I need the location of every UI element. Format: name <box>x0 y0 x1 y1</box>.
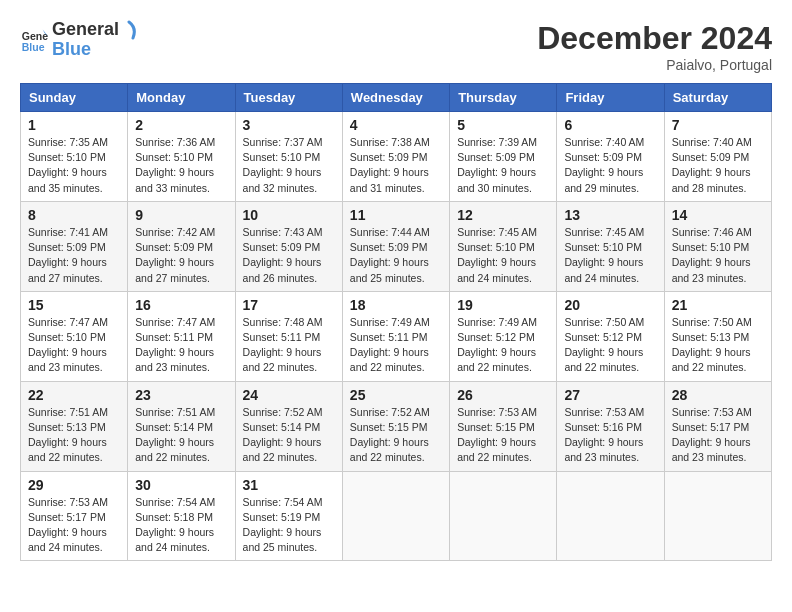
day-detail-2: Sunrise: 7:36 AMSunset: 5:10 PMDaylight:… <box>135 136 215 194</box>
title-area: December 2024 Paialvo, Portugal <box>537 20 772 73</box>
empty-cell-4-6 <box>664 471 771 561</box>
empty-cell-4-3 <box>342 471 449 561</box>
day-cell-23: 23 Sunrise: 7:51 AMSunset: 5:14 PMDaylig… <box>128 381 235 471</box>
day-number-14: 14 <box>672 207 764 223</box>
day-number-21: 21 <box>672 297 764 313</box>
calendar-table: Sunday Monday Tuesday Wednesday Thursday… <box>20 83 772 561</box>
header-wednesday: Wednesday <box>342 84 449 112</box>
day-cell-21: 21 Sunrise: 7:50 AMSunset: 5:13 PMDaylig… <box>664 291 771 381</box>
day-number-8: 8 <box>28 207 120 223</box>
day-number-7: 7 <box>672 117 764 133</box>
day-detail-31: Sunrise: 7:54 AMSunset: 5:19 PMDaylight:… <box>243 496 323 554</box>
day-detail-29: Sunrise: 7:53 AMSunset: 5:17 PMDaylight:… <box>28 496 108 554</box>
header-thursday: Thursday <box>450 84 557 112</box>
day-cell-26: 26 Sunrise: 7:53 AMSunset: 5:15 PMDaylig… <box>450 381 557 471</box>
day-cell-12: 12 Sunrise: 7:45 AMSunset: 5:10 PMDaylig… <box>450 201 557 291</box>
week-row-3: 15 Sunrise: 7:47 AMSunset: 5:10 PMDaylig… <box>21 291 772 381</box>
day-detail-18: Sunrise: 7:49 AMSunset: 5:11 PMDaylight:… <box>350 316 430 374</box>
calendar-title: December 2024 <box>537 20 772 57</box>
day-cell-20: 20 Sunrise: 7:50 AMSunset: 5:12 PMDaylig… <box>557 291 664 381</box>
day-cell-6: 6 Sunrise: 7:40 AMSunset: 5:09 PMDayligh… <box>557 112 664 202</box>
day-detail-26: Sunrise: 7:53 AMSunset: 5:15 PMDaylight:… <box>457 406 537 464</box>
day-cell-22: 22 Sunrise: 7:51 AMSunset: 5:13 PMDaylig… <box>21 381 128 471</box>
day-number-9: 9 <box>135 207 227 223</box>
day-cell-19: 19 Sunrise: 7:49 AMSunset: 5:12 PMDaylig… <box>450 291 557 381</box>
svg-text:Blue: Blue <box>22 40 45 52</box>
day-detail-8: Sunrise: 7:41 AMSunset: 5:09 PMDaylight:… <box>28 226 108 284</box>
day-detail-3: Sunrise: 7:37 AMSunset: 5:10 PMDaylight:… <box>243 136 323 194</box>
day-cell-24: 24 Sunrise: 7:52 AMSunset: 5:14 PMDaylig… <box>235 381 342 471</box>
empty-cell-4-5 <box>557 471 664 561</box>
day-cell-10: 10 Sunrise: 7:43 AMSunset: 5:09 PMDaylig… <box>235 201 342 291</box>
day-detail-6: Sunrise: 7:40 AMSunset: 5:09 PMDaylight:… <box>564 136 644 194</box>
day-number-22: 22 <box>28 387 120 403</box>
day-cell-31: 31 Sunrise: 7:54 AMSunset: 5:19 PMDaylig… <box>235 471 342 561</box>
day-detail-23: Sunrise: 7:51 AMSunset: 5:14 PMDaylight:… <box>135 406 215 464</box>
day-detail-11: Sunrise: 7:44 AMSunset: 5:09 PMDaylight:… <box>350 226 430 284</box>
empty-cell-4-4 <box>450 471 557 561</box>
day-detail-7: Sunrise: 7:40 AMSunset: 5:09 PMDaylight:… <box>672 136 752 194</box>
day-number-12: 12 <box>457 207 549 223</box>
day-cell-9: 9 Sunrise: 7:42 AMSunset: 5:09 PMDayligh… <box>128 201 235 291</box>
header-saturday: Saturday <box>664 84 771 112</box>
day-cell-16: 16 Sunrise: 7:47 AMSunset: 5:11 PMDaylig… <box>128 291 235 381</box>
day-cell-4: 4 Sunrise: 7:38 AMSunset: 5:09 PMDayligh… <box>342 112 449 202</box>
day-number-1: 1 <box>28 117 120 133</box>
logo: General Blue General Blue <box>20 20 139 60</box>
calendar-header: Sunday Monday Tuesday Wednesday Thursday… <box>21 84 772 112</box>
day-number-5: 5 <box>457 117 549 133</box>
header-tuesday: Tuesday <box>235 84 342 112</box>
day-cell-30: 30 Sunrise: 7:54 AMSunset: 5:18 PMDaylig… <box>128 471 235 561</box>
header-sunday: Sunday <box>21 84 128 112</box>
day-detail-25: Sunrise: 7:52 AMSunset: 5:15 PMDaylight:… <box>350 406 430 464</box>
day-detail-17: Sunrise: 7:48 AMSunset: 5:11 PMDaylight:… <box>243 316 323 374</box>
day-detail-13: Sunrise: 7:45 AMSunset: 5:10 PMDaylight:… <box>564 226 644 284</box>
page-header: General Blue General Blue December 2024 … <box>20 20 772 73</box>
day-cell-1: 1 Sunrise: 7:35 AMSunset: 5:10 PMDayligh… <box>21 112 128 202</box>
day-cell-5: 5 Sunrise: 7:39 AMSunset: 5:09 PMDayligh… <box>450 112 557 202</box>
day-number-24: 24 <box>243 387 335 403</box>
day-detail-9: Sunrise: 7:42 AMSunset: 5:09 PMDaylight:… <box>135 226 215 284</box>
day-detail-20: Sunrise: 7:50 AMSunset: 5:12 PMDaylight:… <box>564 316 644 374</box>
day-number-31: 31 <box>243 477 335 493</box>
week-row-5: 29 Sunrise: 7:53 AMSunset: 5:17 PMDaylig… <box>21 471 772 561</box>
day-number-19: 19 <box>457 297 549 313</box>
day-cell-27: 27 Sunrise: 7:53 AMSunset: 5:16 PMDaylig… <box>557 381 664 471</box>
week-row-1: 1 Sunrise: 7:35 AMSunset: 5:10 PMDayligh… <box>21 112 772 202</box>
week-row-4: 22 Sunrise: 7:51 AMSunset: 5:13 PMDaylig… <box>21 381 772 471</box>
day-cell-28: 28 Sunrise: 7:53 AMSunset: 5:17 PMDaylig… <box>664 381 771 471</box>
day-detail-1: Sunrise: 7:35 AMSunset: 5:10 PMDaylight:… <box>28 136 108 194</box>
day-number-10: 10 <box>243 207 335 223</box>
day-cell-13: 13 Sunrise: 7:45 AMSunset: 5:10 PMDaylig… <box>557 201 664 291</box>
day-cell-14: 14 Sunrise: 7:46 AMSunset: 5:10 PMDaylig… <box>664 201 771 291</box>
day-cell-18: 18 Sunrise: 7:49 AMSunset: 5:11 PMDaylig… <box>342 291 449 381</box>
day-cell-17: 17 Sunrise: 7:48 AMSunset: 5:11 PMDaylig… <box>235 291 342 381</box>
day-number-23: 23 <box>135 387 227 403</box>
day-number-4: 4 <box>350 117 442 133</box>
day-number-26: 26 <box>457 387 549 403</box>
day-detail-12: Sunrise: 7:45 AMSunset: 5:10 PMDaylight:… <box>457 226 537 284</box>
day-detail-19: Sunrise: 7:49 AMSunset: 5:12 PMDaylight:… <box>457 316 537 374</box>
header-monday: Monday <box>128 84 235 112</box>
day-detail-14: Sunrise: 7:46 AMSunset: 5:10 PMDaylight:… <box>672 226 752 284</box>
day-cell-11: 11 Sunrise: 7:44 AMSunset: 5:09 PMDaylig… <box>342 201 449 291</box>
day-cell-15: 15 Sunrise: 7:47 AMSunset: 5:10 PMDaylig… <box>21 291 128 381</box>
header-friday: Friday <box>557 84 664 112</box>
day-detail-27: Sunrise: 7:53 AMSunset: 5:16 PMDaylight:… <box>564 406 644 464</box>
day-cell-7: 7 Sunrise: 7:40 AMSunset: 5:09 PMDayligh… <box>664 112 771 202</box>
logo-blue: Blue <box>52 39 91 59</box>
day-number-2: 2 <box>135 117 227 133</box>
day-number-27: 27 <box>564 387 656 403</box>
weekday-header-row: Sunday Monday Tuesday Wednesday Thursday… <box>21 84 772 112</box>
day-number-29: 29 <box>28 477 120 493</box>
day-detail-4: Sunrise: 7:38 AMSunset: 5:09 PMDaylight:… <box>350 136 430 194</box>
day-detail-24: Sunrise: 7:52 AMSunset: 5:14 PMDaylight:… <box>243 406 323 464</box>
logo-text-block: General Blue <box>52 20 139 60</box>
day-cell-25: 25 Sunrise: 7:52 AMSunset: 5:15 PMDaylig… <box>342 381 449 471</box>
day-number-6: 6 <box>564 117 656 133</box>
day-cell-3: 3 Sunrise: 7:37 AMSunset: 5:10 PMDayligh… <box>235 112 342 202</box>
day-number-16: 16 <box>135 297 227 313</box>
week-row-2: 8 Sunrise: 7:41 AMSunset: 5:09 PMDayligh… <box>21 201 772 291</box>
day-number-25: 25 <box>350 387 442 403</box>
day-detail-15: Sunrise: 7:47 AMSunset: 5:10 PMDaylight:… <box>28 316 108 374</box>
